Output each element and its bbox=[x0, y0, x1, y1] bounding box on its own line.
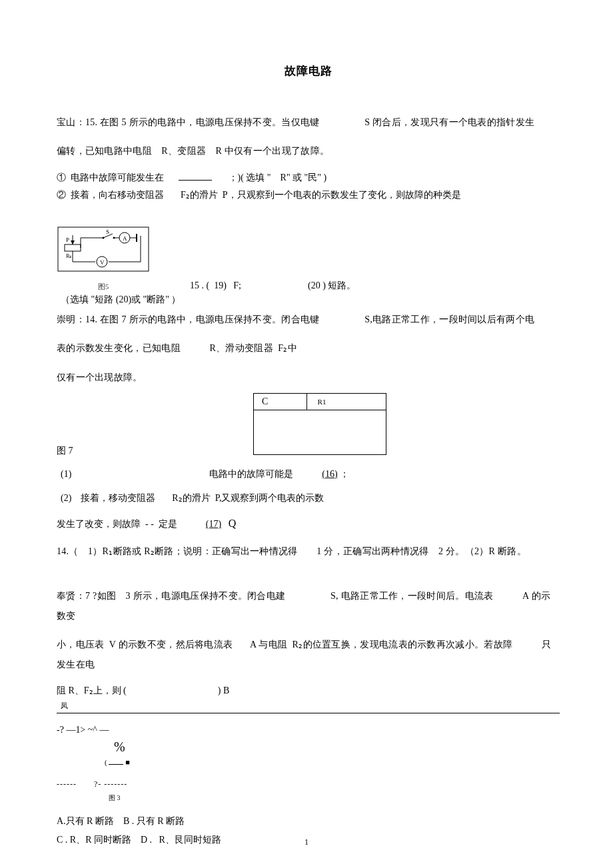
svg-text:V: V bbox=[100, 259, 105, 266]
fengxian-line3: 阻 R、F₂上，则 ( ) B bbox=[57, 683, 560, 698]
chongming-q1-b: 电路中的故障可能是 bbox=[209, 469, 293, 479]
chongming-line2: 表的示数发生变化，已知电阻 R、滑动变阻器 F₂中 bbox=[57, 338, 560, 358]
chongming-q1-blank: (16) bbox=[322, 469, 337, 479]
chongming-q2-b: R₂的滑片 P,又观察到两个电表的示数 bbox=[172, 493, 324, 503]
baoshan-lead: 宝山：15. 在图 5 所示的电路中，电源电压保持不变。当仅电键 S 闭合后，发… bbox=[57, 113, 560, 132]
chongming-q2-a: (2) 接着，移动变阻器 bbox=[61, 493, 155, 503]
svg-text:A: A bbox=[123, 235, 127, 242]
fig7-cell-c: C bbox=[254, 394, 307, 410]
chongming-q1-semi: ； bbox=[340, 469, 349, 479]
figure-5: P R₂ S A V bbox=[57, 226, 560, 276]
chongming-q2: (2) 接着，移动变阻器 R₂的滑片 P,又观察到两个电表的示数 bbox=[57, 491, 560, 506]
chongming-q1: (1) 电路中的故障可能是 (16) ； bbox=[57, 467, 560, 482]
svg-rect-1 bbox=[65, 244, 81, 251]
fengxian-ri: 凤 bbox=[57, 701, 560, 711]
chongming-q3-a: 发生了改变，则故障 - - 定是 bbox=[57, 519, 177, 529]
fengxian-paren: ( ■ bbox=[57, 756, 560, 769]
fengxian-lead-a: 奉贤：7 ?如图 3 所示，电源电压保持不变。闭合电建 bbox=[57, 591, 285, 601]
chongming-q3-q: Q bbox=[229, 518, 237, 529]
fill-blank bbox=[179, 172, 212, 181]
fengxian-percent: % bbox=[57, 740, 560, 753]
page-title: 故障电路 bbox=[57, 63, 560, 79]
baoshan-item2-b: F₂的滑片 P，只观察到一个电表的示数发生了变化，则故障的种类是 bbox=[181, 190, 461, 200]
fengxian-line3-b: ) B bbox=[218, 685, 230, 695]
chongming-line2-b: R、滑动变阻器 F₂中 bbox=[210, 343, 297, 353]
baoshan-item1-a: ① 电路中故障可能发生在 bbox=[57, 173, 164, 183]
baoshan-item1: ① 电路中故障可能发生在 ；)( 选填 " R" 或 "民" ) bbox=[57, 171, 560, 185]
baoshan-ans-b: (20 ) 短路。 bbox=[308, 279, 356, 292]
fengxian-line3-a: 阻 R、F₂上，则 ( bbox=[57, 685, 127, 695]
figure-3-caption: 图 3 bbox=[57, 793, 560, 803]
baoshan-ans-note: （选填 "短路 (20)或 "断路" ） bbox=[57, 292, 560, 307]
baoshan-answer-row: 图5 15 . ( 19) F; (20 ) 短路。 bbox=[57, 279, 560, 292]
svg-text:R₂: R₂ bbox=[66, 253, 71, 259]
chongming-lead: 崇明：14. 在图 7 所示的电路中，电源电压保持不变。闭合电键 S,电路正常工… bbox=[57, 310, 560, 329]
fengxian-draw1: -? —1> ~^ — bbox=[57, 723, 560, 737]
horizontal-rule bbox=[57, 713, 560, 713]
svg-text:S: S bbox=[106, 228, 109, 235]
page-number: 1 bbox=[0, 837, 613, 848]
baoshan-item2: ② 接着，向右移动变阻器 F₂的滑片 P，只观察到一个电表的示数发生了变化，则故… bbox=[57, 188, 560, 203]
chongming-q1-a: (1) bbox=[61, 469, 71, 479]
baoshan-lead-a: 宝山：15. 在图 5 所示的电路中，电源电压保持不变。当仅电键 bbox=[57, 117, 320, 127]
chongming-q3: 发生了改变，则故障 - - 定是 (17) Q bbox=[57, 515, 560, 532]
baoshan-lead2: 偏转，已知电路中电阻 R、变阻器 R 中仅有一个出现了故障。 bbox=[57, 141, 560, 161]
fengxian-line2: 小，电压表 V 的示数不变，然后将电流表 A 与电阻 R₂的位置互换，发现电流表… bbox=[57, 635, 560, 674]
figure-5-caption: 图5 bbox=[57, 282, 150, 292]
fengxian-lead: 奉贤：7 ?如图 3 所示，电源电压保持不变。闭合电建 S, 电路正常工作，一段… bbox=[57, 586, 560, 626]
chongming-answer: 14.（ 1）R₁断路或 R₂断路；说明：正确写出一种情况得 1 分，正确写出两… bbox=[57, 542, 560, 561]
chongming-lead-s: S,电路正常工作，一段时间以后有两个电 bbox=[364, 314, 534, 324]
fengxian-lead-s: S, 电路正常工作，一段时间后。电流表 bbox=[330, 591, 494, 601]
chongming-lead-a: 崇明：14. 在图 7 所示的电路中，电源电压保持不变。闭合电键 bbox=[57, 314, 320, 324]
baoshan-item2-a: ② 接着，向右移动变阻器 bbox=[57, 190, 164, 200]
svg-text:P: P bbox=[66, 236, 69, 243]
chongming-line3: 仅有一个出现故障。 bbox=[57, 368, 560, 387]
fig7-cell-r1: R1 bbox=[306, 394, 386, 410]
fengxian-line2-a: 小，电压表 V 的示数不变，然后将电流表 bbox=[57, 640, 233, 650]
baoshan-ans-a: 15 . ( 19) F; bbox=[190, 279, 241, 292]
svg-marker-3 bbox=[71, 240, 75, 244]
fengxian-dash: ------ ?- ------- bbox=[57, 778, 560, 791]
chongming-line2-a: 表的示数发生变化，已知电阻 bbox=[57, 343, 181, 353]
fengxian-opt-ab: A.只有 R 断路 B . 只有 R 断路 bbox=[57, 815, 560, 828]
chongming-q3-blank: (17) bbox=[206, 519, 221, 529]
figure-7-box: C R1 bbox=[253, 393, 386, 455]
baoshan-item1-b: ；)( 选填 " R" 或 "民" ) bbox=[229, 173, 327, 183]
circuit-diagram-icon: P R₂ S A V bbox=[57, 226, 150, 272]
fengxian-line2-b: A 与电阻 R₂的位置互换，发现电流表的示数再次减小。若故障 bbox=[250, 640, 512, 650]
baoshan-lead-s: S 闭合后，发现只有一个电表的指针发生 bbox=[364, 117, 534, 127]
